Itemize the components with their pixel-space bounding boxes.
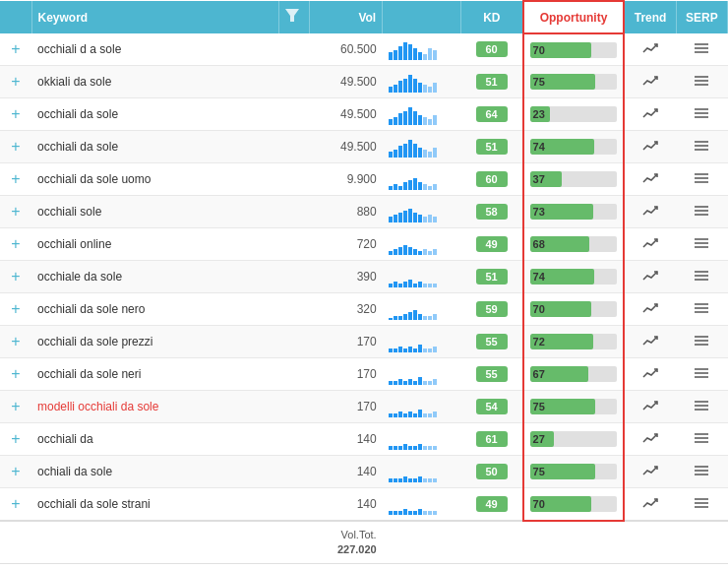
serp-cell[interactable] xyxy=(676,423,727,456)
trend-cell[interactable] xyxy=(624,196,676,228)
add-icon[interactable]: + xyxy=(8,430,24,448)
add-icon[interactable]: + xyxy=(8,268,24,285)
serp-cell[interactable] xyxy=(676,163,727,196)
trend-cell[interactable] xyxy=(624,423,676,456)
kd-badge: 51 xyxy=(476,139,508,155)
serp-cell[interactable] xyxy=(676,326,727,358)
opportunity-cell: 27 xyxy=(523,423,625,456)
add-btn-cell[interactable]: + xyxy=(0,228,31,261)
serp-cell[interactable] xyxy=(676,456,727,488)
kd-cell: 50 xyxy=(461,456,523,488)
add-icon[interactable]: + xyxy=(8,235,24,253)
add-btn-cell[interactable]: + xyxy=(0,423,31,456)
filter-cell xyxy=(279,423,310,456)
serp-cell[interactable] xyxy=(676,228,727,261)
serp-cell[interactable] xyxy=(676,33,727,66)
trend-cell[interactable] xyxy=(624,261,676,293)
add-icon[interactable]: + xyxy=(8,398,24,415)
sparkline xyxy=(389,71,455,93)
add-btn-cell[interactable]: + xyxy=(0,488,31,522)
trend-icon xyxy=(641,301,659,315)
serp-cell[interactable] xyxy=(676,196,727,228)
serp-icon xyxy=(693,139,710,153)
add-icon[interactable]: + xyxy=(8,138,24,156)
serp-cell[interactable] xyxy=(676,131,727,163)
trend-icon xyxy=(641,464,659,477)
filter-col-header[interactable] xyxy=(279,1,310,33)
add-icon[interactable]: + xyxy=(8,73,24,91)
add-icon[interactable]: + xyxy=(8,463,24,480)
trend-cell[interactable] xyxy=(624,33,676,66)
trend-cell[interactable] xyxy=(624,163,676,196)
kd-cell: 60 xyxy=(461,163,523,196)
keyword-cell: occhiali d a sole xyxy=(31,33,279,66)
sparkline xyxy=(389,168,455,190)
trend-cell[interactable] xyxy=(624,98,676,131)
add-btn-cell[interactable]: + xyxy=(0,98,31,131)
kd-badge: 64 xyxy=(476,106,508,122)
add-btn-cell[interactable]: + xyxy=(0,163,31,196)
serp-icon xyxy=(693,204,710,218)
chart-cell xyxy=(383,66,461,98)
trend-cell[interactable] xyxy=(624,358,676,391)
serp-cell[interactable] xyxy=(676,293,727,326)
opportunity-cell: 68 xyxy=(523,228,625,261)
serp-cell[interactable] xyxy=(676,358,727,391)
trend-cell[interactable] xyxy=(624,228,676,261)
trend-icon xyxy=(641,204,659,218)
add-icon[interactable]: + xyxy=(8,300,24,318)
serp-cell[interactable] xyxy=(676,66,727,98)
trend-cell[interactable] xyxy=(624,488,676,522)
kd-cell: 64 xyxy=(461,98,523,131)
add-icon[interactable]: + xyxy=(8,203,24,221)
keyword-text: occhiali da sole neri xyxy=(37,367,141,381)
opp-value: 37 xyxy=(533,171,545,187)
add-btn-cell[interactable]: + xyxy=(0,33,31,66)
add-icon[interactable]: + xyxy=(8,333,24,350)
add-btn-cell[interactable]: + xyxy=(0,358,31,391)
keyword-text: occhiali da sole strani xyxy=(37,497,151,511)
serp-cell[interactable] xyxy=(676,261,727,293)
trend-cell[interactable] xyxy=(624,293,676,326)
keyword-text: occhiali da sole xyxy=(37,107,118,121)
serp-cell[interactable] xyxy=(676,98,727,131)
add-btn-cell[interactable]: + xyxy=(0,196,31,228)
keyword-text: occhiali da sole xyxy=(37,140,118,154)
opp-bar: 67 xyxy=(530,366,618,382)
trend-cell[interactable] xyxy=(624,326,676,358)
trend-icon xyxy=(641,236,659,250)
add-btn-cell[interactable]: + xyxy=(0,131,31,163)
vol-cell: 170 xyxy=(309,391,382,423)
trend-cell[interactable] xyxy=(624,456,676,488)
trend-icon xyxy=(641,399,659,412)
add-btn-cell[interactable]: + xyxy=(0,456,31,488)
trend-cell[interactable] xyxy=(624,66,676,98)
chart-cell xyxy=(383,293,461,326)
keyword-text: occhiali da xyxy=(37,432,93,446)
add-btn-cell[interactable]: + xyxy=(0,66,31,98)
serp-cell[interactable] xyxy=(676,391,727,423)
add-btn-cell[interactable]: + xyxy=(0,326,31,358)
keyword-cell: occhiali da sole prezzi xyxy=(31,326,279,358)
vol-cell: 60.500 xyxy=(309,33,382,66)
add-btn-cell[interactable]: + xyxy=(0,293,31,326)
add-btn-cell[interactable]: + xyxy=(0,391,31,423)
kd-cell: 49 xyxy=(461,488,523,522)
serp-cell[interactable] xyxy=(676,488,727,522)
add-icon[interactable]: + xyxy=(8,170,24,188)
add-icon[interactable]: + xyxy=(8,105,24,123)
add-col-header xyxy=(0,1,31,33)
kd-badge: 49 xyxy=(476,496,508,512)
chart-col-header xyxy=(383,1,461,33)
add-btn-cell[interactable]: + xyxy=(0,261,31,293)
keyword-table: Keyword Vol KD Opportunity Trend SERP + … xyxy=(0,0,728,563)
add-icon[interactable]: + xyxy=(8,40,24,58)
add-icon[interactable]: + xyxy=(8,495,24,513)
keyword-text: occhiali online xyxy=(37,237,111,251)
serp-icon xyxy=(693,236,710,250)
trend-cell[interactable] xyxy=(624,131,676,163)
filter-cell xyxy=(279,326,310,358)
add-icon[interactable]: + xyxy=(8,365,24,383)
trend-cell[interactable] xyxy=(624,391,676,423)
filter-cell xyxy=(279,488,310,522)
